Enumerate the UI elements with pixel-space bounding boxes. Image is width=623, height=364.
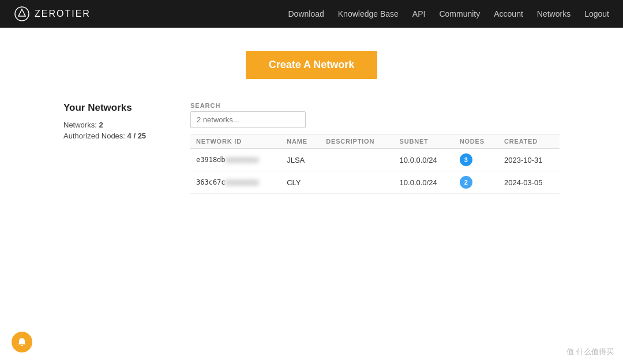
networks-count: 2 [99,121,103,129]
nav-api[interactable]: API [412,9,426,18]
table-body: e3918dbxxxxxxxx JLSA 10.0.0.0/24 3 2023-… [190,149,560,194]
cell-subnet: 10.0.0.0/24 [394,149,454,171]
col-header-subnet: SUBNET [394,134,454,149]
table-header: NETWORK ID NAME DESCRIPTION SUBNET NODES… [190,134,560,149]
cell-network-id: 363c67cxxxxxxxx [190,171,281,194]
search-label: SEARCH [190,102,560,109]
cell-network-id: e3918dbxxxxxxxx [190,149,281,171]
nodes-count-stat: Authorized Nodes: 4 / 25 [63,132,167,140]
nodes-value: 4 / 25 [127,132,147,140]
networks-label: Networks: [63,121,97,129]
sidebar-title: Your Networks [63,102,167,114]
col-header-name: NAME [281,134,320,149]
table-header-row: NETWORK ID NAME DESCRIPTION SUBNET NODES… [190,134,560,149]
cell-name: CLY [281,171,320,194]
col-header-network-id: NETWORK ID [190,134,281,149]
table-row[interactable]: 363c67cxxxxxxxx CLY 10.0.0.0/24 2 2024-0… [190,171,560,194]
logo-wrap: ZEROTIER [14,6,91,22]
networks-count-stat: Networks: 2 [63,121,167,129]
sidebar: Your Networks Networks: 2 Authorized Nod… [63,102,167,194]
nav-account[interactable]: Account [494,9,523,18]
create-button-wrap: Create A Network [12,51,611,79]
content-wrap: Your Networks Networks: 2 Authorized Nod… [52,102,571,194]
bell-icon [17,337,27,347]
nav-logout[interactable]: Logout [584,9,609,18]
cell-name: JLSA [281,149,320,171]
col-header-created: CREATED [498,134,560,149]
nav-download[interactable]: Download [288,9,324,18]
col-header-nodes: NODES [454,134,498,149]
nav-networks[interactable]: Networks [537,9,571,18]
main-content: Create A Network Your Networks Networks:… [0,28,623,364]
cell-created: 2023-10-31 [498,149,560,171]
nodes-label: Authorized Nodes: [63,132,125,140]
nav-knowledge-base[interactable]: Knowledge Base [338,9,399,18]
svg-marker-1 [18,9,25,16]
cell-nodes: 2 [454,171,498,194]
brand-name: ZEROTIER [35,9,91,19]
nav-links: Download Knowledge Base API Community Ac… [288,9,610,19]
search-input[interactable] [190,111,306,128]
nodes-badge: 3 [460,153,472,166]
notification-bell[interactable] [12,332,32,352]
cell-created: 2024-03-05 [498,171,560,194]
table-row[interactable]: e3918dbxxxxxxxx JLSA 10.0.0.0/24 3 2023-… [190,149,560,171]
nodes-badge: 2 [460,176,472,189]
zerotier-logo-icon [14,6,30,22]
cell-subnet: 10.0.0.0/24 [394,171,454,194]
col-header-description: DESCRIPTION [320,134,393,149]
cell-nodes: 3 [454,149,498,171]
watermark: 值 什么值得买 [566,347,614,357]
create-network-button[interactable]: Create A Network [246,51,378,79]
navbar: ZEROTIER Download Knowledge Base API Com… [0,0,623,28]
cell-description [320,149,393,171]
cell-description [320,171,393,194]
networks-section: SEARCH NETWORK ID NAME DESCRIPTION SUBNE… [190,102,560,194]
nav-community[interactable]: Community [439,9,480,18]
networks-table: NETWORK ID NAME DESCRIPTION SUBNET NODES… [190,134,560,194]
